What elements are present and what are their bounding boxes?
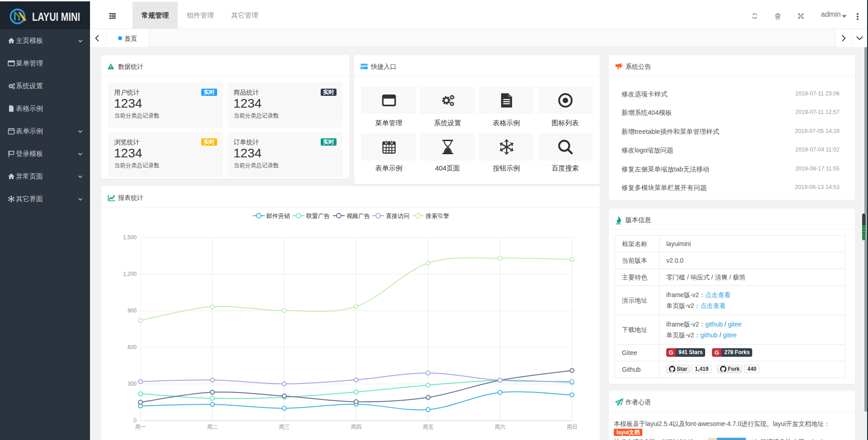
svg-text:视频广告: 视频广告 <box>346 213 370 219</box>
svg-text:周四: 周四 <box>351 424 362 430</box>
svg-text:搜索引擎: 搜索引擎 <box>425 213 449 219</box>
svg-text:周五: 周五 <box>423 424 434 430</box>
svg-text:直接访问: 直接访问 <box>386 213 409 219</box>
svg-text:周一: 周一 <box>135 424 146 430</box>
svg-text:周六: 周六 <box>495 424 506 430</box>
svg-text:600: 600 <box>128 344 137 350</box>
svg-text:联盟广告: 联盟广告 <box>306 213 330 219</box>
svg-text:1,200: 1,200 <box>123 271 137 277</box>
svg-text:0: 0 <box>133 417 137 424</box>
svg-text:周日: 周日 <box>567 424 578 430</box>
svg-text:邮件营销: 邮件营销 <box>266 213 290 219</box>
svg-text:周二: 周二 <box>207 424 218 430</box>
svg-text:1,500: 1,500 <box>123 234 137 241</box>
svg-text:300: 300 <box>128 381 137 387</box>
svg-text:周三: 周三 <box>279 424 290 430</box>
svg-text:900: 900 <box>128 308 137 314</box>
